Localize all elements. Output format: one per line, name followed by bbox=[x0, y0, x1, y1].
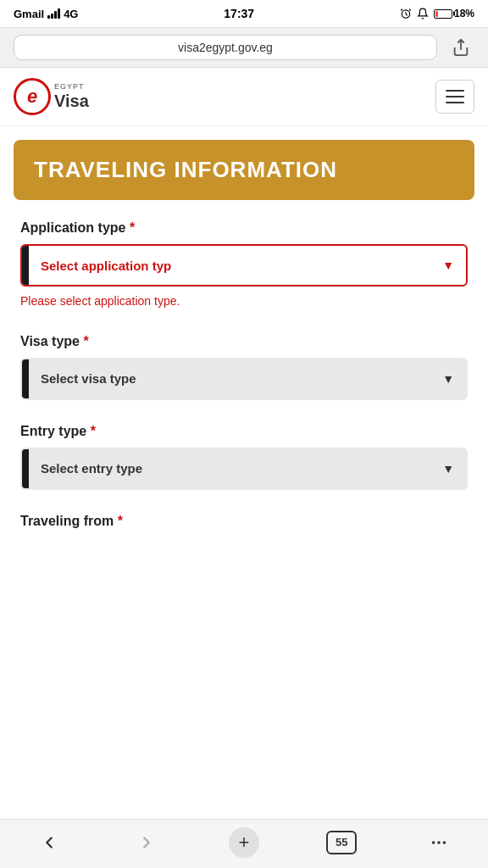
carrier-label: Gmail bbox=[14, 8, 44, 20]
status-left: Gmail 4G bbox=[14, 8, 78, 20]
browser-bar: visa2egypt.gov.eg bbox=[0, 27, 488, 68]
entry-type-select[interactable]: Select entry type ▼ bbox=[20, 448, 468, 490]
logo-text: EGYPT Visa bbox=[54, 83, 89, 110]
application-type-field: Application type * Select application ty… bbox=[20, 220, 468, 310]
traveling-from-label: Traveling from * bbox=[20, 514, 468, 529]
logo-area: e EGYPT Visa bbox=[14, 78, 89, 115]
battery-percent: 18% bbox=[454, 8, 474, 19]
visa-type-select[interactable]: Select visa type ▼ bbox=[20, 358, 468, 400]
status-time: 17:37 bbox=[224, 7, 254, 20]
main-content: e EGYPT Visa TRAVELING INFORMATION Appli… bbox=[0, 68, 488, 529]
application-type-label: Application type * bbox=[20, 220, 468, 236]
status-bar: Gmail 4G 17:37 18% bbox=[0, 0, 488, 27]
dropdown-arrow-icon: ▼ bbox=[442, 462, 454, 476]
alarm-icon bbox=[400, 8, 412, 19]
battery: 18% bbox=[434, 8, 474, 19]
form-section: Application type * Select application ty… bbox=[0, 200, 488, 529]
dropdown-arrow-icon: ▼ bbox=[442, 259, 454, 272]
hamburger-menu[interactable] bbox=[435, 80, 474, 114]
forward-button[interactable] bbox=[125, 833, 168, 852]
share-button[interactable] bbox=[447, 34, 474, 61]
visa-type-inner[interactable]: Select visa type ▼ bbox=[29, 371, 466, 386]
traveling-from-field: Traveling from * bbox=[20, 514, 468, 529]
tab-count-button[interactable]: 55 bbox=[320, 831, 363, 854]
application-type-placeholder: Select application typ bbox=[41, 259, 171, 273]
application-type-inner[interactable]: Select application typ ▼ bbox=[29, 259, 466, 273]
entry-type-required: * bbox=[91, 424, 96, 438]
back-button[interactable] bbox=[28, 833, 70, 852]
visa-type-placeholder: Select visa type bbox=[41, 371, 136, 386]
traveling-from-required: * bbox=[118, 514, 123, 528]
entry-type-inner[interactable]: Select entry type ▼ bbox=[29, 461, 466, 476]
add-tab-button[interactable]: + bbox=[223, 827, 265, 858]
svg-point-2 bbox=[432, 841, 435, 844]
application-type-error: Please select application type. bbox=[20, 293, 468, 310]
network-type: 4G bbox=[64, 8, 78, 20]
site-header: e EGYPT Visa bbox=[0, 68, 488, 126]
page-title-banner: TRAVELING INFORMATION bbox=[14, 140, 474, 200]
status-right: 18% bbox=[400, 8, 474, 19]
more-options-button[interactable] bbox=[418, 833, 460, 852]
signal-bars bbox=[47, 8, 60, 19]
visa-type-required: * bbox=[83, 334, 88, 348]
page-title: TRAVELING INFORMATION bbox=[34, 157, 454, 183]
visa-type-label: Visa type * bbox=[20, 334, 468, 349]
logo-visa-text: Visa bbox=[54, 92, 89, 110]
select-bar-indicator bbox=[22, 359, 29, 398]
application-type-required: * bbox=[130, 220, 135, 235]
entry-type-label: Entry type * bbox=[20, 424, 468, 439]
svg-point-3 bbox=[438, 841, 441, 844]
bell-icon bbox=[417, 8, 429, 19]
application-type-select[interactable]: Select application typ ▼ bbox=[20, 244, 468, 287]
svg-point-4 bbox=[443, 841, 446, 844]
visa-type-field: Visa type * Select visa type ▼ bbox=[20, 334, 468, 400]
tab-count-badge: 55 bbox=[326, 831, 357, 854]
logo-egypt-text: EGYPT bbox=[54, 83, 89, 92]
entry-type-field: Entry type * Select entry type ▼ bbox=[20, 424, 468, 490]
select-bar-indicator bbox=[22, 449, 29, 488]
entry-type-placeholder: Select entry type bbox=[41, 461, 142, 476]
select-bar-indicator bbox=[22, 246, 29, 285]
browser-bottom-nav: + 55 bbox=[0, 819, 488, 868]
logo-icon: e bbox=[14, 78, 51, 115]
dropdown-arrow-icon: ▼ bbox=[442, 372, 454, 386]
add-tab-icon: + bbox=[229, 827, 259, 858]
url-bar[interactable]: visa2egypt.gov.eg bbox=[14, 35, 437, 60]
